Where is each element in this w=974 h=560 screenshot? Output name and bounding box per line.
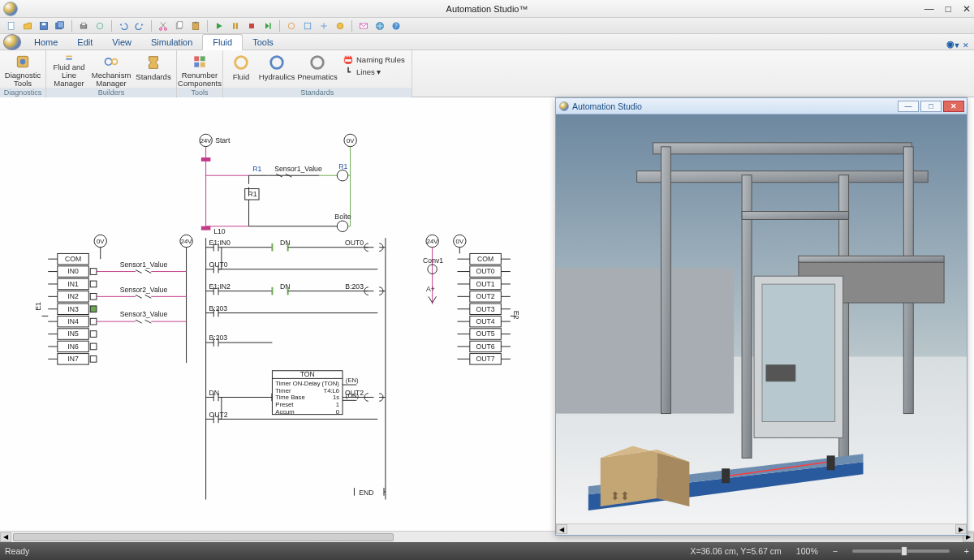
qat-new-icon[interactable] bbox=[5, 19, 18, 32]
group-label: Builders bbox=[46, 88, 176, 97]
ribbon: Diagnostic Tools Diagnostics Fluid and L… bbox=[0, 50, 974, 97]
qat-step-icon[interactable] bbox=[261, 19, 274, 32]
svg-rect-31 bbox=[194, 56, 199, 61]
minimize-button[interactable]: — bbox=[924, 3, 934, 15]
diagnostic-tools-button[interactable]: Diagnostic Tools bbox=[3, 52, 42, 88]
svg-text:(DN): (DN) bbox=[346, 392, 360, 399]
viewer-close-button[interactable]: ✕ bbox=[943, 101, 964, 112]
fluid-std-button[interactable]: Fluid bbox=[226, 52, 256, 88]
svg-text:1: 1 bbox=[336, 401, 339, 408]
svg-text:IN2: IN2 bbox=[67, 292, 79, 300]
svg-text:R1: R1 bbox=[248, 190, 257, 198]
close-button[interactable]: ✕ bbox=[963, 3, 971, 15]
qat-open-icon[interactable] bbox=[21, 19, 34, 32]
svg-point-30 bbox=[112, 59, 118, 65]
qat-tool3-icon[interactable] bbox=[317, 19, 330, 32]
tab-home[interactable]: Home bbox=[24, 35, 67, 50]
viewer-3d-window[interactable]: Automation Studio — □ ✕ bbox=[555, 97, 968, 536]
qat-print-icon[interactable] bbox=[77, 19, 90, 32]
viewer-3d-body[interactable]: ⬍⬍ bbox=[556, 114, 967, 523]
qat-tool2-icon[interactable] bbox=[301, 19, 314, 32]
svg-text:OUT3: OUT3 bbox=[476, 305, 495, 313]
group-label: Diagnostics bbox=[0, 88, 45, 97]
svg-rect-44 bbox=[201, 226, 211, 230]
qat-redo-icon[interactable] bbox=[133, 19, 146, 32]
svg-text:OUT6: OUT6 bbox=[476, 342, 495, 351]
svg-rect-42 bbox=[201, 157, 211, 162]
qat-cut-icon[interactable] bbox=[157, 19, 170, 32]
svg-rect-4 bbox=[58, 21, 64, 28]
btn-label: Pneumatics bbox=[297, 73, 338, 81]
qat-copy-icon[interactable] bbox=[173, 19, 186, 32]
qat-undo-icon[interactable] bbox=[117, 19, 130, 32]
svg-text:T4:L6: T4:L6 bbox=[323, 387, 339, 394]
svg-text:Timer ON-Delay (TON): Timer ON-Delay (TON) bbox=[275, 380, 339, 387]
svg-text:IN6: IN6 bbox=[67, 342, 79, 351]
svg-rect-15 bbox=[236, 23, 238, 29]
qat-mail-icon[interactable] bbox=[357, 19, 370, 32]
ribbon-collapse-icon[interactable]: ▼ ✕ bbox=[954, 41, 969, 50]
viewer-scrollbar[interactable]: ◀ ▶ bbox=[556, 523, 967, 535]
svg-rect-269 bbox=[742, 212, 848, 220]
viewer-min-button[interactable]: — bbox=[898, 101, 919, 112]
tab-simulation[interactable]: Simulation bbox=[141, 35, 202, 50]
viewer-app-icon bbox=[559, 101, 569, 111]
zoom-slider[interactable] bbox=[852, 549, 950, 553]
qat-play-icon[interactable] bbox=[213, 19, 226, 32]
btn-label: Diagnostic Tools bbox=[3, 71, 42, 88]
svg-text:DN: DN bbox=[280, 282, 290, 291]
svg-rect-106 bbox=[90, 343, 97, 350]
standards-button[interactable]: Standards bbox=[134, 52, 173, 88]
svg-text:OUT1: OUT1 bbox=[476, 280, 495, 288]
lines-dropdown[interactable]: ┗Lines ▾ bbox=[340, 66, 408, 77]
svg-text:IN1: IN1 bbox=[67, 280, 79, 288]
svg-rect-264 bbox=[637, 171, 929, 183]
ribbon-group-diagnostics: Diagnostic Tools Diagnostics bbox=[0, 50, 46, 97]
naming-rules-button[interactable]: 📛Naming Rules bbox=[340, 54, 408, 65]
qat-tool4-icon[interactable] bbox=[334, 19, 347, 32]
qat-pause-icon[interactable] bbox=[229, 19, 242, 32]
svg-text:DN: DN bbox=[280, 239, 290, 247]
tab-tools[interactable]: Tools bbox=[243, 35, 283, 50]
file-menu-button[interactable] bbox=[3, 34, 21, 50]
svg-text:E1:IN0: E1:IN0 bbox=[209, 239, 231, 247]
svg-point-29 bbox=[105, 58, 111, 65]
qat-tool1-icon[interactable] bbox=[285, 19, 298, 32]
svg-text:Sensor1_Value: Sensor1_Value bbox=[120, 261, 168, 269]
svg-text:OUT5: OUT5 bbox=[476, 330, 495, 338]
viewer-scroll-left-icon[interactable]: ◀ bbox=[556, 524, 567, 534]
svg-rect-2 bbox=[42, 23, 46, 25]
qat-globe-icon[interactable] bbox=[373, 19, 386, 32]
svg-point-59 bbox=[337, 170, 347, 180]
viewer-scroll-right-icon[interactable]: ▶ bbox=[955, 524, 967, 534]
svg-text:24V: 24V bbox=[200, 137, 213, 144]
maximize-button[interactable]: □ bbox=[946, 3, 951, 15]
viewer-max-button[interactable]: □ bbox=[920, 101, 942, 112]
renumber-components-button[interactable]: Renumber Components bbox=[180, 52, 219, 88]
zoom-in-button[interactable]: + bbox=[964, 546, 969, 556]
tab-view[interactable]: View bbox=[102, 35, 141, 50]
tab-edit[interactable]: Edit bbox=[67, 35, 102, 50]
qat-help-icon[interactable]: ? bbox=[390, 19, 403, 32]
svg-rect-265 bbox=[661, 147, 670, 414]
qat-stop-icon[interactable] bbox=[245, 19, 258, 32]
svg-text:E1:IN2: E1:IN2 bbox=[209, 282, 231, 291]
zoom-out-button[interactable]: − bbox=[833, 546, 838, 556]
svg-text:Preset: Preset bbox=[275, 401, 294, 408]
qat-preview-icon[interactable] bbox=[93, 19, 106, 32]
svg-rect-82 bbox=[90, 269, 97, 275]
qat-save-icon[interactable] bbox=[37, 19, 50, 32]
svg-text:E2: E2 bbox=[512, 311, 520, 320]
pneumatics-std-button[interactable]: Pneumatics bbox=[298, 52, 337, 88]
viewer-title-bar[interactable]: Automation Studio — □ ✕ bbox=[556, 98, 967, 114]
tab-fluid[interactable]: Fluid bbox=[202, 34, 243, 50]
svg-text:IN7: IN7 bbox=[67, 355, 79, 363]
svg-text:IN3: IN3 bbox=[67, 305, 79, 313]
qat-paste-icon[interactable] bbox=[189, 19, 202, 32]
svg-text:END: END bbox=[359, 489, 373, 497]
scroll-left-icon[interactable]: ◀ bbox=[0, 532, 11, 542]
fluid-line-manager-button[interactable]: Fluid and Line Manager bbox=[50, 52, 88, 88]
mechanism-manager-button[interactable]: Mechanism Manager bbox=[92, 52, 131, 88]
hydraulics-std-button[interactable]: Hydraulics bbox=[259, 52, 295, 88]
qat-saveall-icon[interactable] bbox=[54, 19, 67, 32]
